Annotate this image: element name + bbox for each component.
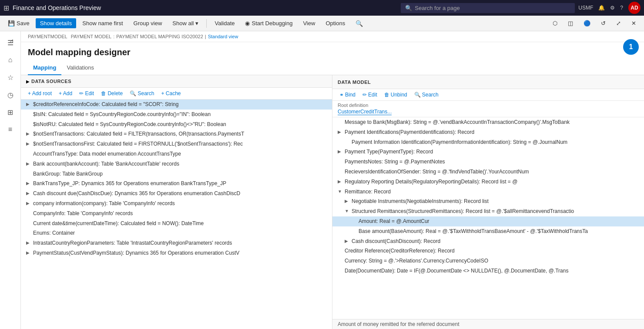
tree-toggle-icon[interactable]: ▶ — [26, 181, 33, 186]
right-panel-content: Message to Bank(MsgBank): String = @.'ve… — [332, 117, 644, 319]
delete-button[interactable]: 🗑 Delete — [99, 90, 124, 97]
toolbar-icon-btn-4[interactable]: ↺ — [597, 18, 610, 28]
toolbar-search-button[interactable]: 🔍 — [351, 18, 367, 29]
group-view-button[interactable]: Group view — [129, 18, 167, 28]
left-tree-item[interactable]: Current date&time(currentDateTime): Calc… — [21, 219, 332, 229]
left-tree-item[interactable]: AccountTransType: Data model enumeration… — [21, 149, 332, 159]
sidebar-filter-icon[interactable]: ⊿ — [3, 33, 19, 49]
edit-button[interactable]: ✏ Edit — [77, 90, 96, 97]
right-tree-item[interactable]: ▼ Structured Remittances(StructuredRemit… — [332, 206, 644, 216]
toolbar-icon-btn-3[interactable]: 🔵 — [579, 18, 595, 28]
show-name-first-button[interactable]: Show name first — [78, 18, 127, 28]
options-button[interactable]: Options — [321, 18, 349, 28]
sidebar-clock-icon[interactable]: ◷ — [3, 87, 18, 103]
save-button[interactable]: 💾 Save — [3, 18, 34, 28]
tree-toggle-icon[interactable]: ▶ — [26, 161, 33, 166]
tree-toggle-icon[interactable]: ▶ — [26, 201, 33, 206]
left-tree-item[interactable]: CompanyInfo: Table 'CompanyInfo' records — [21, 209, 332, 219]
tree-toggle-icon[interactable]: ▶ — [26, 141, 33, 146]
right-tree-item[interactable]: Amount: Real = @.AmountCur — [332, 216, 644, 226]
toolbar-icon-btn-5[interactable]: ⤢ — [612, 18, 625, 28]
tree-toggle-icon[interactable]: ▼ — [345, 209, 352, 213]
left-tree-item[interactable]: ▶ company information(company): Table 'C… — [21, 199, 332, 209]
left-tree-item[interactable]: ▶ IntrastatCountryRegionParameters: Tabl… — [21, 238, 332, 248]
start-debugging-button[interactable]: ◉ Start Debugging — [241, 18, 297, 28]
left-tree-item[interactable]: Enums: Container — [21, 228, 332, 238]
right-tree-item[interactable]: ▶ Cash discount(CashDiscount): Record — [332, 236, 644, 246]
left-tree-item[interactable]: ▶ $creditorReferenceInfoCode: Calculated… — [21, 100, 332, 110]
search-bar[interactable]: 🔍 Search for a page — [401, 3, 575, 13]
sidebar-grid-icon[interactable]: ⊞ — [3, 104, 18, 120]
right-tree-item[interactable]: Payment Information Identification(Payme… — [332, 137, 644, 147]
breadcrumb-view[interactable]: Standard view — [208, 34, 238, 39]
settings-icon[interactable]: ⚙ — [610, 5, 615, 11]
add-button[interactable]: + Add — [57, 90, 74, 97]
search-button[interactable]: 🔍 Search — [128, 90, 156, 97]
cache-button[interactable]: + Cache — [159, 90, 182, 97]
right-tree-item[interactable]: RecieversIdentificationOfSender: String … — [332, 167, 644, 177]
left-tree-item[interactable]: BankGroup: Table BankGroup — [21, 169, 332, 179]
tree-toggle-icon[interactable]: ▶ — [345, 199, 352, 203]
add-root-button[interactable]: + Add root — [26, 90, 54, 97]
tree-toggle-icon[interactable]: ▶ — [345, 239, 352, 243]
right-tree-item[interactable]: ▶ Negotiable Instruments(NegotiableInstr… — [332, 196, 644, 206]
tab-validations[interactable]: Validations — [61, 61, 99, 75]
right-tree-item[interactable]: Date(DocumentDate): Date = IF(@.Document… — [332, 266, 644, 276]
tree-toggle-icon[interactable]: ▶ — [26, 102, 33, 106]
left-panel-toggle[interactable]: ▶ — [26, 79, 30, 84]
right-search-button[interactable]: 🔍 Search — [413, 91, 440, 99]
right-tree-item[interactable]: ▶ Payment Identifications(PaymentIdentif… — [332, 127, 644, 137]
sidebar-star-icon[interactable]: ☆ — [3, 70, 18, 85]
notification-icon[interactable]: 🔔 — [598, 5, 605, 11]
view-button[interactable]: View — [299, 18, 319, 28]
left-tree-item[interactable]: $IsIN: Calculated field = SysCountryRegi… — [21, 110, 332, 120]
right-tree-item[interactable]: ▶ Regulatory Reporting Details(Regulator… — [332, 177, 644, 187]
tree-item-text: Current date&time(currentDateTime): Calc… — [33, 220, 329, 227]
left-tree-item[interactable]: ▶ $notSentTransactionsFirst: Calculated … — [21, 139, 332, 149]
left-tree-item[interactable]: ▶ BankTransType_JP: Dynamics 365 for Ope… — [21, 179, 332, 189]
right-edit-button[interactable]: ✏ Edit — [361, 91, 379, 99]
tree-item-text: Remittance: Record — [345, 188, 641, 196]
tree-item-text: PaymentStatus(CustVendPaymStatus): Dynam… — [33, 249, 329, 257]
avatar[interactable]: AD — [628, 2, 641, 14]
left-tree-item[interactable]: ▶ PaymentStatus(CustVendPaymStatus): Dyn… — [21, 248, 332, 258]
sidebar-list-icon[interactable]: ≡ — [3, 122, 18, 137]
toolbar-close-button[interactable]: ✕ — [627, 18, 641, 28]
toolbar-icon-btn-1[interactable]: ⬡ — [548, 18, 562, 28]
tree-toggle-icon[interactable]: ▶ — [26, 250, 33, 255]
right-tree-item[interactable]: Base amount(BaseAmount): Real = @.'$TaxW… — [332, 226, 644, 236]
tree-toggle-icon[interactable]: ▶ — [26, 191, 33, 196]
right-tree-item[interactable]: ▶ Payment Type(PaymentType): Record — [332, 147, 644, 157]
breadcrumb-part2: PAYMENT MODEL — [71, 34, 112, 39]
tree-toggle-icon[interactable]: ▶ — [338, 149, 345, 154]
show-all-button[interactable]: Show all ▾ — [168, 18, 203, 28]
right-tree-item[interactable]: Creditor Reference(CreditorReference): R… — [332, 246, 644, 256]
left-tree-item[interactable]: ▶ $notSentTransactions: Calculated field… — [21, 129, 332, 139]
grid-icon[interactable]: ⊞ — [3, 4, 9, 12]
page-title: Model mapping designer — [21, 42, 644, 57]
sidebar-home-icon[interactable]: ⌂ — [3, 52, 18, 68]
help-icon[interactable]: ? — [620, 5, 623, 11]
breadcrumb-part1: PAYMENTMODEL — [28, 34, 67, 39]
tree-toggle-icon[interactable]: ▶ — [338, 130, 345, 134]
root-def-value[interactable]: CustomerCreditTrans... — [338, 109, 392, 115]
left-tree-item[interactable]: $isNotRU: Calculated field = SysCountryR… — [21, 120, 332, 130]
tab-mapping[interactable]: Mapping — [28, 61, 61, 75]
right-tree-item[interactable]: ▼ Remittance: Record — [332, 187, 644, 197]
right-tree-item[interactable]: PaymentsNotes: String = @.PaymentNotes — [332, 157, 644, 167]
right-tree-item[interactable]: Message to Bank(MsgBank): String = @.'ve… — [332, 117, 644, 127]
tree-toggle-icon[interactable]: ▶ — [338, 179, 345, 184]
tree-toggle-icon[interactable]: ▼ — [338, 189, 345, 194]
left-tree-item[interactable]: ▶ Bank account(bankAccount): Table 'Bank… — [21, 159, 332, 169]
bind-button[interactable]: ⚭ Bind — [338, 91, 357, 99]
show-details-button[interactable]: Show details — [36, 18, 77, 28]
tree-toggle-icon[interactable]: ▶ — [26, 240, 33, 245]
left-tree-item[interactable]: ▶ Cash discount due(CashDiscDue): Dynami… — [21, 189, 332, 199]
toolbar-icon-btn-2[interactable]: ◫ — [564, 18, 577, 28]
search-icon: 🔍 — [405, 5, 412, 11]
tree-toggle-icon[interactable]: ▶ — [26, 131, 33, 136]
unbind-button[interactable]: 🗑 Unbind — [382, 91, 409, 99]
right-tree-item[interactable]: Currency: String = @.'>Relations'.Curren… — [332, 256, 644, 266]
validate-button[interactable]: Validate — [210, 18, 239, 28]
tree-item-text: RecieversIdentificationOfSender: String … — [345, 168, 641, 176]
